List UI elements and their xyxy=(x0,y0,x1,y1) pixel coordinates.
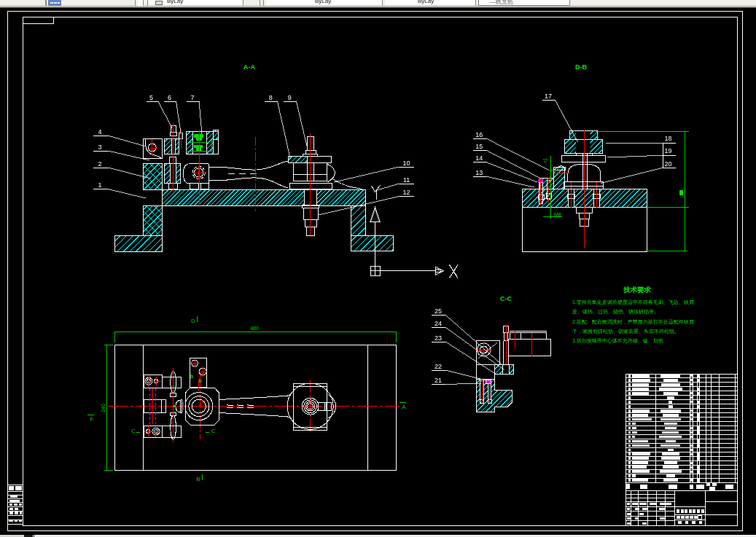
svg-text:技术要求: 技术要求 xyxy=(623,286,652,294)
svg-text:皮、锻热、过热、烧伤、锈蚀缺陷等。: 皮、锻热、过热、烧伤、锈蚀缺陷等。 xyxy=(572,309,659,315)
svg-text:13: 13 xyxy=(475,169,483,176)
svg-text:b: b xyxy=(199,378,202,383)
svg-text:18: 18 xyxy=(664,135,671,142)
svg-text:17: 17 xyxy=(545,93,552,100)
svg-text:C: C xyxy=(131,428,136,434)
svg-text:11: 11 xyxy=(403,176,410,184)
svg-text:b: b xyxy=(190,374,193,379)
svg-text:D-B: D-B xyxy=(575,63,587,71)
svg-text:24: 24 xyxy=(434,320,442,327)
svg-text:2: 2 xyxy=(98,160,101,168)
svg-text:—线宽色: —线宽色 xyxy=(490,0,513,5)
svg-text:240: 240 xyxy=(101,404,106,412)
svg-text:ByLay: ByLay xyxy=(418,0,434,4)
svg-text:1: 1 xyxy=(98,181,101,189)
svg-text:2.装配、配合面清洗时，严禁用力敲打不合适配件铁屑: 2.装配、配合面清洗时，严禁用力敲打不合适配件铁屑 xyxy=(572,319,694,325)
svg-text:▽: ▽ xyxy=(543,157,548,164)
svg-text:14: 14 xyxy=(475,154,483,162)
svg-text:A-A: A-A xyxy=(243,63,255,71)
svg-text:C: C xyxy=(211,428,216,434)
svg-text:10: 10 xyxy=(403,160,410,167)
svg-text:3.拆卸按顺序中心体不允许碰、磕、划伤: 3.拆卸按顺序中心体不允许碰、磕、划伤 xyxy=(572,338,663,344)
svg-text:D: D xyxy=(191,318,195,324)
svg-text:6: 6 xyxy=(168,94,171,101)
svg-text:20: 20 xyxy=(664,160,671,168)
svg-text:3: 3 xyxy=(98,144,101,151)
svg-text:5: 5 xyxy=(149,94,153,101)
svg-text:19: 19 xyxy=(664,147,671,154)
svg-text:12: 12 xyxy=(403,189,410,196)
svg-text:M8: M8 xyxy=(554,212,561,217)
svg-text:22: 22 xyxy=(434,363,442,370)
svg-text:A: A xyxy=(402,404,406,410)
svg-text:子，紧固后防松动、锁紧装置、头部不得松脱。: 子，紧固后防松动、锁紧装置、头部不得松脱。 xyxy=(572,329,679,334)
svg-text:7: 7 xyxy=(190,94,194,101)
svg-text:C-C: C-C xyxy=(500,295,512,302)
svg-text:1.零件去氧化皮调质硬度适中不得有毛刺、飞边、铁屑: 1.零件去氧化皮调质硬度适中不得有毛刺、飞边、铁屑 xyxy=(572,299,694,305)
svg-text:F: F xyxy=(90,416,94,423)
svg-text:23: 23 xyxy=(434,334,442,342)
svg-text:21: 21 xyxy=(434,377,442,384)
svg-text:4: 4 xyxy=(98,128,101,136)
svg-text:9: 9 xyxy=(288,94,292,101)
svg-text:ByLay: ByLay xyxy=(167,0,183,4)
svg-text:480: 480 xyxy=(250,326,259,331)
svg-text:B: B xyxy=(196,476,200,482)
svg-text:25: 25 xyxy=(434,307,442,315)
svg-text:8: 8 xyxy=(269,94,273,101)
svg-text:15: 15 xyxy=(475,143,483,150)
svg-text:16: 16 xyxy=(475,131,483,138)
svg-text:ByLay: ByLay xyxy=(315,0,331,4)
